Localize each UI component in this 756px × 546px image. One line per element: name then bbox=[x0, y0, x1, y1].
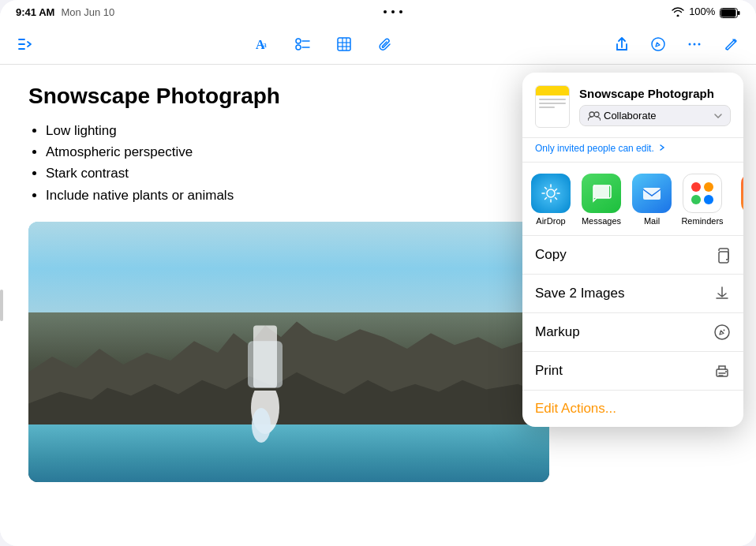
battery-icon bbox=[720, 8, 740, 18]
svg-point-16 bbox=[694, 43, 696, 45]
svg-rect-21 bbox=[248, 342, 283, 388]
svg-rect-1 bbox=[721, 9, 736, 17]
share-header-info: Snowscape Photograph Collaborate bbox=[579, 87, 731, 126]
share-edit-actions[interactable]: Edit Actions... bbox=[522, 391, 743, 427]
r-dot bbox=[704, 195, 713, 204]
share-action-markup[interactable]: Markup bbox=[522, 313, 743, 352]
attachment-icon[interactable] bbox=[372, 32, 398, 57]
collaborate-dropdown[interactable]: Collaborate bbox=[579, 105, 731, 126]
mail-label: Mail bbox=[644, 216, 660, 226]
dot1 bbox=[384, 10, 387, 13]
mail-icon bbox=[632, 174, 672, 213]
status-bar-left: 9:41 AM Mon Jun 10 bbox=[16, 6, 114, 18]
more-icon[interactable] bbox=[682, 32, 707, 57]
svg-point-25 bbox=[594, 112, 599, 117]
status-bar-center bbox=[384, 10, 402, 13]
svg-point-30 bbox=[724, 330, 725, 331]
svg-point-23 bbox=[252, 408, 271, 443]
toolbar-left bbox=[13, 32, 38, 57]
share-icon[interactable] bbox=[609, 32, 634, 57]
toolbar: A a bbox=[0, 24, 756, 65]
chevron-down-icon bbox=[714, 114, 722, 118]
note-icon-lines bbox=[536, 95, 569, 127]
note-line bbox=[539, 107, 555, 108]
r-dot bbox=[704, 182, 713, 192]
reminders-dots bbox=[685, 176, 720, 211]
share-sheet[interactable]: Snowscape Photograph Collaborate bbox=[522, 73, 743, 427]
share-app-reminders[interactable]: Reminders bbox=[680, 174, 724, 226]
airdrop-label: AirDrop bbox=[536, 216, 565, 226]
snow-svg bbox=[28, 391, 549, 443]
time-display: 9:41 AM bbox=[16, 6, 54, 18]
reminders-label: Reminders bbox=[681, 216, 723, 226]
reminders-icon bbox=[683, 174, 722, 213]
share-app-airdrop[interactable]: AirDrop bbox=[529, 174, 573, 226]
wifi-icon bbox=[672, 7, 684, 17]
save-images-icon bbox=[713, 285, 731, 302]
airdrop-icon bbox=[531, 174, 571, 213]
svg-rect-9 bbox=[338, 38, 350, 50]
share-app-mail[interactable]: Mail bbox=[630, 174, 674, 226]
chevron-right-icon bbox=[658, 144, 666, 151]
share-invite-hint[interactable]: Only invited people can edit. bbox=[522, 138, 743, 163]
share-action-save-images[interactable]: Save 2 Images bbox=[522, 275, 743, 313]
svg-point-24 bbox=[589, 112, 594, 117]
table-icon[interactable] bbox=[331, 32, 357, 57]
dot2 bbox=[391, 10, 395, 13]
messages-label: Messages bbox=[582, 216, 621, 226]
share-app-messages[interactable]: Messages bbox=[579, 174, 623, 226]
compose-icon[interactable] bbox=[718, 32, 743, 57]
share-apps-row: AirDrop Messages bbox=[522, 163, 743, 236]
note-line bbox=[539, 99, 566, 100]
share-header: Snowscape Photograph Collaborate bbox=[522, 73, 743, 138]
markup-icon[interactable] bbox=[646, 32, 671, 57]
print-icon bbox=[713, 362, 731, 380]
collaborate-label: Collaborate bbox=[604, 110, 657, 122]
ipad-frame: 9:41 AM Mon Jun 10 100% bbox=[0, 0, 756, 546]
share-note-icon bbox=[535, 85, 570, 128]
svg-text:a: a bbox=[263, 39, 267, 49]
copy-icon bbox=[713, 246, 731, 264]
svg-rect-2 bbox=[738, 11, 740, 15]
share-note-title: Snowscape Photograph bbox=[579, 87, 731, 100]
battery-display: 100% bbox=[689, 6, 740, 17]
status-bar: 9:41 AM Mon Jun 10 100% bbox=[0, 0, 756, 24]
svg-point-17 bbox=[698, 43, 701, 45]
toolbar-right bbox=[609, 32, 743, 57]
svg-point-5 bbox=[296, 39, 301, 43]
svg-point-6 bbox=[296, 45, 301, 50]
note-image bbox=[28, 222, 549, 482]
svg-point-15 bbox=[689, 43, 691, 45]
checklist-icon[interactable] bbox=[290, 32, 316, 57]
toolbar-center: A a bbox=[249, 32, 398, 57]
format-text-icon[interactable]: A a bbox=[249, 32, 275, 57]
dot3 bbox=[399, 10, 402, 13]
status-bar-right: 100% bbox=[672, 6, 740, 17]
note-line bbox=[539, 103, 566, 104]
content-area: Snowscape Photograph Low lighting Atmosp… bbox=[0, 65, 756, 546]
svg-point-32 bbox=[725, 371, 727, 372]
r-dot bbox=[691, 182, 701, 192]
partial-app-icon bbox=[741, 174, 743, 213]
people-icon bbox=[588, 111, 601, 121]
share-action-print[interactable]: Print bbox=[522, 352, 743, 391]
date-display: Mon Jun 10 bbox=[61, 6, 114, 18]
messages-icon bbox=[582, 174, 621, 213]
share-app-partial[interactable] bbox=[731, 174, 743, 226]
svg-point-26 bbox=[547, 189, 555, 197]
share-action-copy[interactable]: Copy bbox=[522, 236, 743, 275]
collapse-icon[interactable] bbox=[13, 32, 38, 57]
markup-action-icon bbox=[713, 323, 731, 341]
r-dot bbox=[691, 195, 701, 204]
note-icon-top bbox=[536, 86, 569, 95]
sidebar-handle[interactable] bbox=[0, 290, 3, 321]
